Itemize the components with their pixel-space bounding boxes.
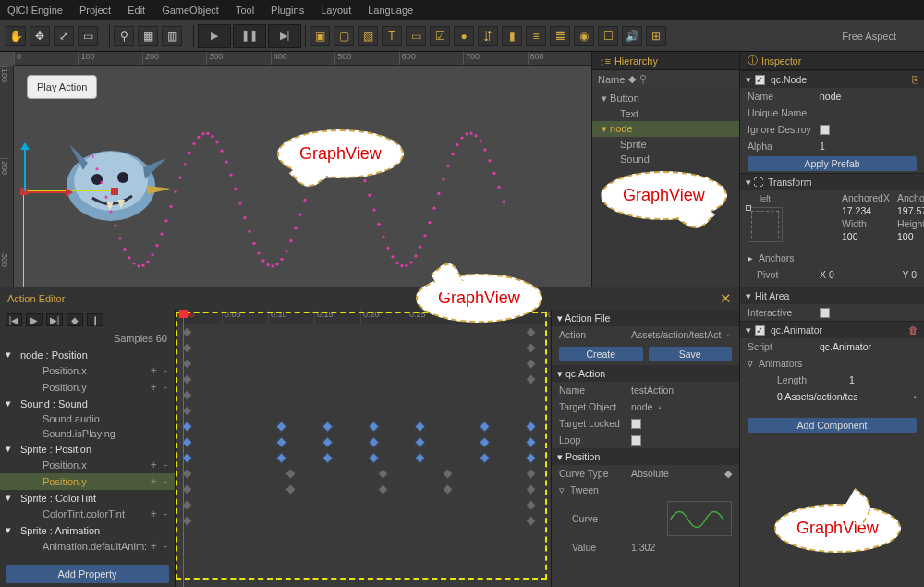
- keyframe[interactable]: [275, 421, 287, 433]
- tree-item[interactable]: Text: [592, 106, 739, 121]
- animator-asset-field[interactable]: 0 Assets/action/tes: [777, 391, 858, 402]
- property-item[interactable]: Position.x+ -: [0, 457, 175, 473]
- animator-length-field[interactable]: 1: [849, 374, 855, 385]
- menu-item[interactable]: Tool: [236, 5, 254, 16]
- property-item[interactable]: ▾Sound : Sound: [0, 396, 175, 411]
- width-field[interactable]: 100: [842, 231, 890, 242]
- curve-preview[interactable]: [667, 501, 732, 536]
- target-locked-checkbox[interactable]: [631, 419, 641, 429]
- selection-box[interactable]: [23, 190, 116, 287]
- property-item[interactable]: Animation.defaultAnim:+ -: [0, 538, 175, 555]
- interactive-checkbox[interactable]: [820, 308, 830, 318]
- alpha-field[interactable]: 1: [820, 141, 825, 152]
- mask-icon[interactable]: ▥: [162, 26, 182, 46]
- timeline[interactable]: 0:000:050:100:150:200:250:300:350:400:45…: [176, 310, 739, 587]
- node-name-field[interactable]: node: [820, 91, 841, 102]
- keyframe[interactable]: [525, 436, 537, 448]
- ae-event-icon[interactable]: ❙: [87, 313, 103, 326]
- ui-bars-icon[interactable]: ▮: [502, 26, 522, 46]
- property-item[interactable]: ▾node : Position: [0, 347, 175, 362]
- ui-check-icon[interactable]: ☑: [430, 26, 450, 46]
- keyframe[interactable]: [525, 358, 537, 370]
- keyframe[interactable]: [525, 421, 537, 433]
- menu-item[interactable]: Project: [79, 5, 111, 16]
- move-tool-icon[interactable]: ✥: [30, 26, 50, 46]
- play-action-button[interactable]: Play Action: [27, 75, 97, 99]
- keyframe[interactable]: [377, 483, 389, 495]
- keyframe[interactable]: [442, 483, 454, 495]
- scale-tool-icon[interactable]: ⤢: [54, 26, 74, 46]
- tree-item[interactable]: Sound: [592, 152, 739, 166]
- keyframe[interactable]: [285, 483, 297, 495]
- search-icon[interactable]: ⚲: [639, 73, 647, 85]
- copy-icon[interactable]: ⎘: [912, 74, 918, 85]
- tree-item[interactable]: Sprite: [592, 137, 739, 152]
- ae-prev-icon[interactable]: |◀: [6, 313, 22, 326]
- keyframe[interactable]: [368, 452, 380, 464]
- menu-item[interactable]: QICI Engine: [7, 5, 63, 16]
- curve-type-field[interactable]: Absolute: [631, 468, 669, 479]
- keyframe[interactable]: [479, 436, 491, 448]
- ui-textbox-icon[interactable]: ▭: [406, 26, 426, 46]
- keyframe[interactable]: [285, 468, 297, 480]
- create-button[interactable]: Create: [559, 347, 643, 361]
- height-field[interactable]: 100: [897, 231, 924, 242]
- property-item[interactable]: Sound.audio: [0, 411, 175, 426]
- keyframe[interactable]: [525, 499, 537, 511]
- ui-text-icon[interactable]: T: [382, 26, 402, 46]
- ui-list-icon[interactable]: ≡: [526, 26, 546, 46]
- keyframe[interactable]: [368, 436, 380, 448]
- action-path-field[interactable]: Assets/action/testAct: [631, 329, 721, 340]
- keyframe[interactable]: [525, 515, 537, 527]
- delete-icon[interactable]: 🗑: [908, 324, 918, 336]
- apply-prefab-button[interactable]: Apply Prefab: [748, 156, 917, 171]
- save-button[interactable]: Save: [649, 347, 733, 361]
- property-item[interactable]: Position.y+ -: [0, 379, 175, 396]
- tree-item[interactable]: ▾ node: [592, 121, 739, 137]
- ui-image-icon[interactable]: ▧: [358, 26, 378, 46]
- hierarchy-tree[interactable]: ▾ ButtonText▾ nodeSpriteSound: [592, 88, 739, 169]
- hand-tool-icon[interactable]: ✋: [6, 26, 26, 46]
- keyframe[interactable]: [525, 468, 537, 480]
- ui-box-icon[interactable]: ▣: [310, 26, 330, 46]
- anchor-preset[interactable]: [748, 207, 783, 242]
- samples-field[interactable]: 60: [156, 333, 167, 344]
- ae-play-icon[interactable]: ▶: [26, 313, 43, 326]
- value-field[interactable]: 1.302: [631, 542, 655, 553]
- menu-item[interactable]: Edit: [128, 5, 145, 16]
- menu-item[interactable]: GameObject: [162, 5, 219, 16]
- keyframe[interactable]: [414, 452, 426, 464]
- property-item[interactable]: ColorTint.colorTint+ -: [0, 506, 175, 522]
- keyframe[interactable]: [322, 421, 334, 433]
- property-item[interactable]: Position.x+ -: [0, 362, 175, 379]
- menu-item[interactable]: Language: [368, 5, 413, 16]
- playhead[interactable]: [183, 310, 184, 587]
- keyframe[interactable]: [479, 452, 491, 464]
- animator-enabled-checkbox[interactable]: [755, 325, 765, 336]
- add-property-button[interactable]: Add Property: [6, 565, 169, 583]
- keyframe[interactable]: [442, 468, 454, 480]
- anchored-y-field[interactable]: 197.571: [897, 205, 924, 216]
- keyframe[interactable]: [275, 436, 287, 448]
- play-icon[interactable]: ▶: [198, 24, 231, 48]
- keyframe[interactable]: [525, 326, 537, 338]
- menu-item[interactable]: Layout: [321, 5, 351, 16]
- property-item[interactable]: ▾Sprite : Position: [0, 441, 175, 457]
- keyframe[interactable]: [525, 483, 537, 495]
- keyframe[interactable]: [525, 342, 537, 354]
- ui-step-icon[interactable]: ⮃: [478, 26, 498, 46]
- keyframe[interactable]: [377, 468, 389, 480]
- step-icon[interactable]: ▶|: [268, 24, 301, 48]
- property-item[interactable]: ▾Sprite : Animation: [0, 522, 175, 538]
- keyframe[interactable]: [322, 452, 334, 464]
- ui-tiles-icon[interactable]: ⊞: [646, 26, 666, 46]
- ignore-destroy-checkbox[interactable]: [820, 125, 830, 135]
- axis-y-icon[interactable]: [24, 143, 26, 191]
- property-item[interactable]: Sound.isPlaying: [0, 426, 175, 441]
- hierarchy-tab[interactable]: ↕≡ Hierarchy: [592, 52, 739, 70]
- property-item[interactable]: ▾Sprite : ColorTint: [0, 490, 175, 506]
- ui-globe-icon[interactable]: ◉: [574, 26, 594, 46]
- action-name-field[interactable]: testAction: [631, 385, 674, 396]
- rect-tool-icon[interactable]: ▭: [78, 26, 98, 46]
- add-component-button[interactable]: Add Component: [748, 418, 917, 433]
